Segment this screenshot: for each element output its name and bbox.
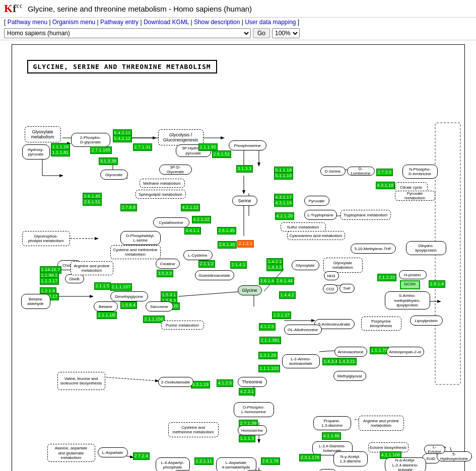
tryptophane-metabolism[interactable]: Tryptophane metabolism xyxy=(341,210,391,220)
doeb[interactable]: DoeB xyxy=(318,469,336,471)
enzyme-23137[interactable]: 2.3.1.37 xyxy=(272,311,292,319)
pathway-menu-link[interactable]: Pathway menu xyxy=(8,19,47,26)
d-lombricine[interactable]: D-Lombricine xyxy=(347,167,375,176)
glyoxylate-mid[interactable]: Glyoxylate xyxy=(292,260,319,270)
user-data-mapping-link[interactable]: User data mapping xyxy=(245,19,296,26)
enzyme-26145-mid[interactable]: 2.6.1.45 xyxy=(217,227,237,234)
glyoxylate-metabolism-top[interactable]: Glyoxylatemetabolism xyxy=(25,126,61,142)
cysteine-methionine-metabolism-top[interactable]: Cysteine and methioninemetabolism xyxy=(110,245,161,259)
enzyme-2724[interactable]: 2.7.2.4 xyxy=(133,452,150,460)
serine[interactable]: Serine xyxy=(232,196,257,206)
arginine-proline-metabolism-left[interactable]: Arginine and prolinemetabolism xyxy=(71,261,113,275)
arginine-proline-metabolism-right[interactable]: Arginine and prolinemetabolism xyxy=(359,416,404,431)
enzyme-42122-bot[interactable]: 4.2.1.22 xyxy=(192,216,212,223)
hydroxy-pyruvate[interactable]: Hydroxy-pyruvate xyxy=(22,144,50,160)
glycine[interactable]: Glycine xyxy=(238,285,262,295)
sphingolipid-metabolism[interactable]: Sphingolipid metabolism xyxy=(135,190,186,199)
enzyme-1113[interactable]: 1.1.1.3 xyxy=(239,435,256,442)
d-serine[interactable]: D-Serine xyxy=(320,167,346,176)
phosphoserine[interactable]: Phosphoserine xyxy=(229,140,266,150)
download-kgml-link[interactable]: Download KGML xyxy=(144,19,189,26)
lipoylprotein[interactable]: Lipoylprotein xyxy=(410,316,443,326)
enzyme-51110[interactable]: 5.1.1.10 xyxy=(274,172,294,180)
aminoacetone[interactable]: Aminoacetone xyxy=(334,347,367,357)
valine-leucine-isoleucine[interactable]: Valine, leucine andisoleucine biosynthes… xyxy=(57,372,105,390)
zoom-select[interactable]: 100% 150% 200% 75% 50% xyxy=(272,28,300,38)
cysteine-methionine-metabolism-bot[interactable]: Cysteine andmethionine metabolism xyxy=(168,422,219,437)
enzyme-2614[interactable]: 2.6.1.4 xyxy=(259,277,276,285)
enzyme-42122-top[interactable]: 4.2.1.22 xyxy=(181,204,200,211)
l-2-amino-acetoacetate[interactable]: L-2-Amino-acetoacetate xyxy=(282,354,320,368)
enzyme-26151[interactable]: 2.6.1.51 xyxy=(83,198,102,206)
enzyme-1442[interactable]: 1.4.4.2 xyxy=(279,291,296,299)
guanidinoacetate[interactable]: Guanidinoacetate xyxy=(195,270,234,280)
enzyme-4125-bot[interactable]: 4.1.2.5 xyxy=(217,379,234,387)
enzyme-12111[interactable]: 1.2.1.11 xyxy=(194,457,214,465)
show-description-link[interactable]: Show description xyxy=(194,19,240,26)
cyanoamino-acid-metabolism[interactable]: Cyanoamino acid metabolism xyxy=(287,231,345,240)
propane-13-diamine[interactable]: Propane-1,3-diamine xyxy=(313,416,351,430)
enzyme-11317[interactable]: 1.1.3.17 xyxy=(40,277,59,285)
o-phospho-l-homoserine[interactable]: O-Phospho-L-homoserine xyxy=(234,402,274,417)
enzyme-14321[interactable]: 1.4.3.21 xyxy=(337,358,357,365)
enzyme-1584[interactable]: 1.5.8.4 xyxy=(120,301,138,309)
enzyme-2735[interactable]: 2.7.3.5 xyxy=(376,169,393,176)
h-protein[interactable]: H-protein xyxy=(399,270,427,279)
enzyme-4411[interactable]: 4.4.1.1 xyxy=(184,227,201,234)
enzyme-23129[interactable]: 2.3.1.29 xyxy=(258,352,278,359)
betaine-aldehyde[interactable]: Betainealdehyde xyxy=(21,294,50,309)
aminopropan-2-ol[interactable]: Aminopropan-2-ol xyxy=(386,347,424,357)
enzyme-2788[interactable]: 2.7.8.8 xyxy=(120,204,138,211)
enzyme-27131[interactable]: 2.7.1.31 xyxy=(133,143,153,151)
n-a-acetyl-l-24-diaminobutyrate[interactable]: N-a-Acetyl-L-2,4-diamino-butyrate xyxy=(385,457,426,471)
l-4-aspartyl-phosphate[interactable]: L-4-Aspartyl-phosphate xyxy=(156,457,190,471)
enzyme-3533[interactable]: 3.5.3.3 xyxy=(157,270,174,277)
enzyme-1814[interactable]: 1.8.1.4 xyxy=(429,280,446,288)
510-methylene-thf[interactable]: 5,10-Methylene-THF xyxy=(351,244,396,254)
enzyme-26152-2[interactable]: 2.6.1.45 xyxy=(218,241,237,249)
l-aspartate[interactable]: L-Aspartate xyxy=(98,447,128,457)
l-ectoine[interactable]: L-Ectoine xyxy=(424,445,445,454)
enzyme-271165[interactable]: 2.7.1.165 xyxy=(90,146,112,154)
alanine-aspartate-glutamate[interactable]: Alanine, aspartateand glutamate metaboli… xyxy=(47,444,95,462)
nh3[interactable]: NH3 xyxy=(324,271,339,280)
thf[interactable]: THF xyxy=(339,284,355,293)
glycolysis-gluconeogenesis[interactable]: Glycolysis /Gluconeogenesis xyxy=(158,129,203,145)
porphyrine-biosynthesis[interactable]: Porphyrinebiosynthesis xyxy=(361,317,401,331)
enzyme-2115[interactable]: 2.1.1.5 xyxy=(94,282,111,290)
organism-select[interactable]: Homo sapiens (human) xyxy=(4,28,251,38)
enzyme-26152-top[interactable]: 2.6.1.52 xyxy=(212,150,232,158)
gcsh-box[interactable]: GCSH xyxy=(400,280,420,289)
enzyme-3133[interactable]: 3.1.3.3 xyxy=(236,165,253,173)
enzyme-111381[interactable]: 1.1.1.381 xyxy=(259,337,282,344)
betaine[interactable]: Betaine xyxy=(94,301,118,311)
2-oxobutanoate[interactable]: 2-Oxobutanoate xyxy=(158,377,193,387)
enzyme-26144[interactable]: 2.6.1.44 xyxy=(275,277,295,285)
pyruvate[interactable]: Pyruvate xyxy=(304,196,329,206)
enzyme-41186[interactable]: 4.1.1.86 xyxy=(322,432,342,440)
enzyme-4125-top[interactable]: 4.1.2.5 xyxy=(259,323,276,331)
dimethylglycine[interactable]: Dimethylglycine xyxy=(110,291,148,301)
enzyme-21116l[interactable]: 2.1.1.16l xyxy=(97,311,117,319)
enzyme-23178[interactable]: 2.3.1.178 xyxy=(299,454,321,461)
enzyme-54212[interactable]: 5.4.2.12 xyxy=(113,135,132,142)
enzyme-2141[interactable]: 2.1.4.1 xyxy=(230,261,247,269)
enzyme-11181[interactable]: 1.1.1.81 xyxy=(51,149,71,156)
enzyme-21221-red[interactable]: 2.1.2.1 xyxy=(237,240,254,248)
methylglyoxal[interactable]: Methylglyoxal xyxy=(333,371,366,381)
enzyme-211157[interactable]: 2.1.1.157 xyxy=(110,283,132,291)
enzyme-21210[interactable]: 2.1.2.10 xyxy=(377,274,397,281)
ectoine-biosynthesis[interactable]: Ectoine biosynthesis xyxy=(368,442,409,452)
enzyme-43119-2[interactable]: 4.3.1.19 xyxy=(191,381,211,388)
enzyme-2112[interactable]: 2.1.1.2 xyxy=(198,260,216,268)
enzyme-43118[interactable]: 4.3.1.18 xyxy=(376,182,395,189)
n-phospho-d-lombricine[interactable]: N-Phospho-D-lombricine xyxy=(402,165,438,179)
l-aspartate-4-semialdehyde[interactable]: L-Aspartate4-semialdehyde xyxy=(216,457,256,471)
homoserine[interactable]: Homoserine xyxy=(238,425,267,435)
gbeb[interactable]: GbeB xyxy=(65,274,84,283)
s-amino-methyldihydro-lipoylprotein[interactable]: S-Amino-methyldihydro-lipoylprotein xyxy=(385,291,430,309)
threonine[interactable]: Threonine xyxy=(238,377,267,387)
pyruvate-metabolism[interactable]: Pyruvatemetabolism xyxy=(395,191,435,201)
enzyme-42120[interactable]: 4.2.1.20 xyxy=(275,212,295,220)
dihydro-lipoylprotein[interactable]: Dihydro-lipoylprotein xyxy=(406,241,446,255)
